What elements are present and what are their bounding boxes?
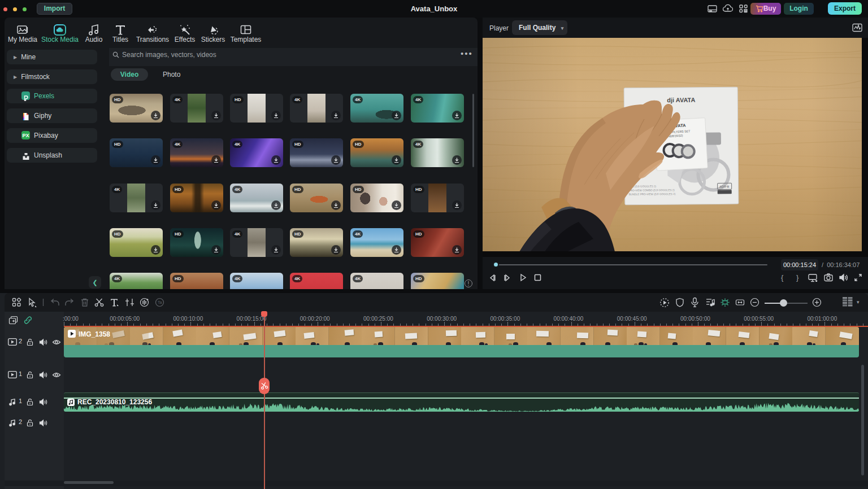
svg-text:ADS-B: ADS-B bbox=[719, 185, 729, 188]
svg-text:PRO-VIEW COMBO (DJI GOGGLES 2): PRO-VIEW COMBO (DJI GOGGLES 2) bbox=[629, 189, 675, 192]
svg-text:BUNDLE PRO-VIEW (DJI GOGGLES 2: BUNDLE PRO-VIEW (DJI GOGGLES 2) bbox=[629, 193, 676, 196]
svg-text:Ta: Ta bbox=[158, 300, 162, 304]
svg-text:dji AVATA: dji AVATA bbox=[667, 97, 695, 103]
